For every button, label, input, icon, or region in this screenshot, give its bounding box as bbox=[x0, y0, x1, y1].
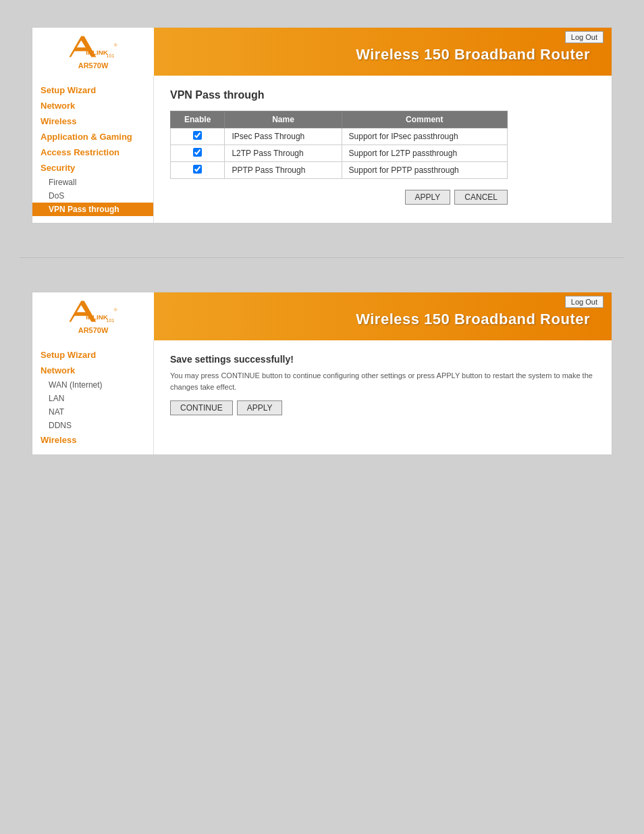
title-wrap-1: Wireless 150 Broadband Router bbox=[162, 43, 603, 70]
sidebar-item-application-1[interactable]: Application & Gaming bbox=[32, 129, 153, 145]
sidebar-item-network-2[interactable]: Network bbox=[32, 363, 153, 378]
panel-body-2: Setup Wizard Network WAN (Internet) LAN … bbox=[32, 340, 612, 454]
svg-text:101: 101 bbox=[107, 53, 115, 59]
row3-enable-cell bbox=[171, 162, 225, 179]
row2-comment-cell: Support for L2TP passthrough bbox=[342, 145, 507, 162]
table-row: L2TP Pass Through Support for L2TP passt… bbox=[171, 145, 508, 162]
sidebar-1: Setup Wizard Network Wireless Applicatio… bbox=[32, 76, 154, 223]
save-btn-row: CONTINUE APPLY bbox=[170, 400, 595, 415]
vpn-btn-row: APPLY CANCEL bbox=[170, 190, 508, 205]
row3-name-cell: PPTP Pass Through bbox=[225, 162, 342, 179]
apply-button-2[interactable]: APPLY bbox=[237, 400, 283, 415]
sidebar-2: Setup Wizard Network WAN (Internet) LAN … bbox=[32, 340, 154, 454]
row1-enable-cell bbox=[171, 128, 225, 145]
pptp-checkbox[interactable] bbox=[193, 165, 202, 174]
content-area-1: VPN Pass through Enable Name Comment bbox=[154, 76, 612, 223]
cancel-button-1[interactable]: CANCEL bbox=[454, 190, 508, 205]
panel-top-1: IRLINK ® 101 AR570W Log Out Wireless 150… bbox=[32, 28, 612, 76]
model-label-2: AR570W bbox=[78, 326, 109, 334]
content-area-2: Save settings successfully! You may pres… bbox=[154, 340, 612, 454]
svg-text:®: ® bbox=[114, 307, 117, 312]
save-success-text: You may press CONTINUE button to continu… bbox=[170, 370, 595, 392]
model-label-1: AR570W bbox=[78, 61, 109, 70]
title-wrap-2: Wireless 150 Broadband Router bbox=[162, 308, 603, 335]
logout-wrap-1: Log Out bbox=[162, 31, 603, 43]
logout-wrap-2: Log Out bbox=[162, 296, 603, 308]
ipsec-checkbox[interactable] bbox=[193, 131, 202, 140]
l2tp-checkbox[interactable] bbox=[193, 148, 202, 157]
airlink-logo-2: IRLINK ® 101 bbox=[63, 298, 124, 325]
svg-text:101: 101 bbox=[107, 318, 115, 323]
sidebar-item-vpn-1[interactable]: VPN Pass through bbox=[32, 203, 153, 216]
header-title-1: Wireless 150 Broadband Router bbox=[356, 43, 603, 70]
logout-button-1[interactable]: Log Out bbox=[565, 31, 603, 43]
logo-area-1: IRLINK ® 101 AR570W bbox=[32, 28, 154, 76]
logout-button-2[interactable]: Log Out bbox=[565, 296, 603, 308]
header-title-2: Wireless 150 Broadband Router bbox=[356, 308, 603, 335]
sidebar-item-network-1[interactable]: Network bbox=[32, 98, 153, 113]
panel-top-2: IRLINK ® 101 AR570W Log Out Wireless 150… bbox=[32, 292, 612, 340]
logo-area-2: IRLINK ® 101 AR570W bbox=[32, 292, 154, 340]
router-panel-2: IRLINK ® 101 AR570W Log Out Wireless 150… bbox=[32, 292, 612, 455]
sidebar-item-nat-2[interactable]: NAT bbox=[32, 405, 153, 419]
col-header-name: Name bbox=[225, 111, 342, 128]
sidebar-item-security-1[interactable]: Security bbox=[32, 160, 153, 176]
row3-comment-cell: Support for PPTP passthrough bbox=[342, 162, 507, 179]
sidebar-item-lan-2[interactable]: LAN bbox=[32, 392, 153, 405]
row1-name-cell: IPsec Pass Through bbox=[225, 128, 342, 145]
apply-button-1[interactable]: APPLY bbox=[405, 190, 451, 205]
vpn-title: VPN Pass through bbox=[170, 89, 595, 101]
col-header-enable: Enable bbox=[171, 111, 225, 128]
table-row: PPTP Pass Through Support for PPTP passt… bbox=[171, 162, 508, 179]
panel-header-2: Log Out Wireless 150 Broadband Router bbox=[154, 292, 612, 340]
panel-header-1: Log Out Wireless 150 Broadband Router bbox=[154, 28, 612, 76]
airlink-logo-1: IRLINK ® 101 bbox=[63, 33, 124, 60]
svg-text:IRLINK: IRLINK bbox=[86, 49, 108, 56]
vpn-table: Enable Name Comment IPsec Pass Through bbox=[170, 111, 508, 179]
row2-name-cell: L2TP Pass Through bbox=[225, 145, 342, 162]
sidebar-item-wireless-1[interactable]: Wireless bbox=[32, 113, 153, 129]
sidebar-item-wan-2[interactable]: WAN (Internet) bbox=[32, 378, 153, 392]
svg-text:IRLINK: IRLINK bbox=[86, 313, 108, 321]
router-panel-1: IRLINK ® 101 AR570W Log Out Wireless 150… bbox=[32, 27, 612, 224]
svg-text:®: ® bbox=[114, 43, 117, 47]
sidebar-item-access-restriction-1[interactable]: Access Restriction bbox=[32, 145, 153, 160]
table-row: IPsec Pass Through Support for IPsec pas… bbox=[171, 128, 508, 145]
continue-button[interactable]: CONTINUE bbox=[170, 400, 233, 415]
sidebar-item-setup-wizard-2[interactable]: Setup Wizard bbox=[32, 347, 153, 363]
panel-body-1: Setup Wizard Network Wireless Applicatio… bbox=[32, 76, 612, 223]
save-success-title: Save settings successfully! bbox=[170, 354, 595, 365]
panel-divider bbox=[20, 257, 624, 258]
sidebar-item-setup-wizard-1[interactable]: Setup Wizard bbox=[32, 82, 153, 98]
sidebar-item-ddns-2[interactable]: DDNS bbox=[32, 419, 153, 432]
row2-enable-cell bbox=[171, 145, 225, 162]
row1-comment-cell: Support for IPsec passthrough bbox=[342, 128, 507, 145]
col-header-comment: Comment bbox=[342, 111, 507, 128]
sidebar-item-firewall-1[interactable]: Firewall bbox=[32, 176, 153, 189]
sidebar-item-wireless-2[interactable]: Wireless bbox=[32, 432, 153, 448]
sidebar-item-dos-1[interactable]: DoS bbox=[32, 189, 153, 203]
